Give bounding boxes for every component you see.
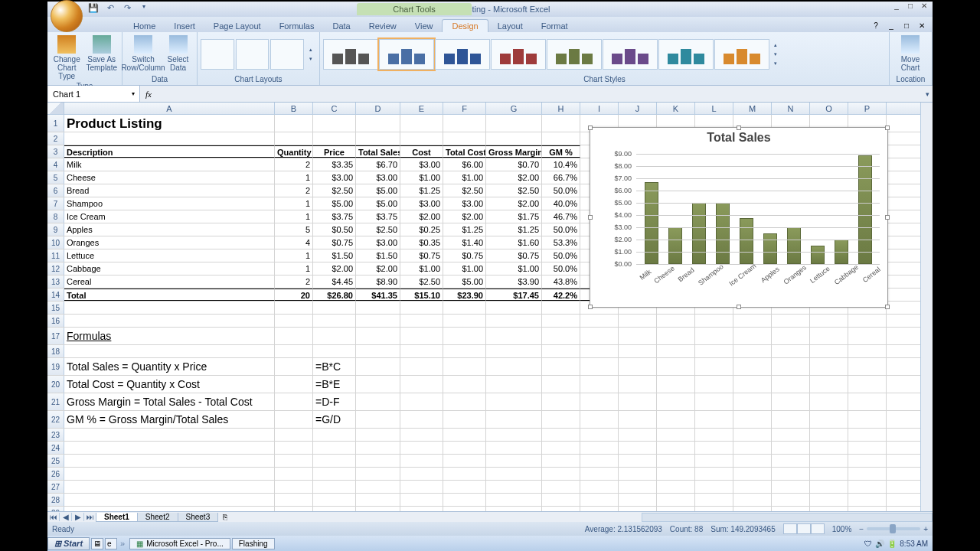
cell-I28[interactable] xyxy=(580,494,619,506)
cell-M24[interactable] xyxy=(733,442,772,454)
cell-M25[interactable] xyxy=(733,455,772,467)
cell-P19[interactable] xyxy=(848,358,887,375)
cell-M23[interactable] xyxy=(733,429,772,441)
cell-D9[interactable]: $2.50 xyxy=(356,223,400,236)
cell-C22[interactable]: =G/D xyxy=(313,411,356,428)
sheet-tab-1[interactable]: Sheet1 xyxy=(96,513,138,522)
cell-E3[interactable]: Cost xyxy=(400,145,443,158)
cell-F22[interactable] xyxy=(443,411,486,428)
cell-F2[interactable] xyxy=(443,132,486,145)
cell-A6[interactable]: Bread xyxy=(64,184,275,197)
cell-H16[interactable] xyxy=(542,315,580,327)
cell-C28[interactable] xyxy=(313,494,356,506)
cell-O24[interactable] xyxy=(810,442,848,454)
cell-I18[interactable] xyxy=(580,345,619,357)
cell-F21[interactable] xyxy=(443,393,486,410)
cell-H12[interactable]: 50.0% xyxy=(542,262,580,275)
cell-A25[interactable] xyxy=(64,455,275,467)
cell-D10[interactable]: $3.00 xyxy=(356,236,400,249)
cell-B1[interactable] xyxy=(275,115,313,132)
cell-G8[interactable]: $1.75 xyxy=(486,210,542,223)
cell-M17[interactable] xyxy=(733,328,772,344)
chart-layout-1[interactable] xyxy=(201,39,234,70)
chart-bar[interactable] xyxy=(668,227,682,264)
cell-A23[interactable] xyxy=(64,429,275,441)
cell-H18[interactable] xyxy=(542,345,580,357)
cell-F28[interactable] xyxy=(443,494,486,506)
cell-C15[interactable] xyxy=(313,302,356,314)
cell-E14[interactable]: $15.10 xyxy=(400,289,443,301)
cell-I25[interactable] xyxy=(580,455,619,467)
cell-I27[interactable] xyxy=(580,481,619,493)
cell-A20[interactable]: Total Cost = Quantity x Cost xyxy=(64,376,275,393)
cell-O27[interactable] xyxy=(810,481,848,493)
cell-I29[interactable] xyxy=(580,507,619,511)
cell-A15[interactable] xyxy=(64,302,275,314)
cell-K20[interactable] xyxy=(657,376,695,393)
fx-icon[interactable]: fx xyxy=(145,90,152,99)
column-header-E[interactable]: E xyxy=(400,103,443,114)
cell-O20[interactable] xyxy=(810,376,848,393)
cell-A17[interactable]: Formulas xyxy=(64,328,275,344)
cell-E13[interactable]: $2.50 xyxy=(400,276,443,288)
cell-D20[interactable] xyxy=(356,376,400,393)
cell-D23[interactable] xyxy=(356,429,400,441)
cell-H2[interactable] xyxy=(542,132,580,145)
cell-E25[interactable] xyxy=(400,455,443,467)
cell-B28[interactable] xyxy=(275,494,313,506)
row-header[interactable]: 19 xyxy=(47,358,64,375)
cell-E26[interactable] xyxy=(400,468,443,480)
row-header[interactable]: 11 xyxy=(47,249,64,262)
cell-O19[interactable] xyxy=(810,358,848,375)
cell-N28[interactable] xyxy=(772,494,810,506)
row-header[interactable]: 25 xyxy=(47,455,64,467)
cell-G1[interactable] xyxy=(486,115,542,132)
cell-C9[interactable]: $0.50 xyxy=(313,223,356,236)
cell-O21[interactable] xyxy=(810,393,848,410)
row-header[interactable]: 15 xyxy=(47,302,64,314)
cell-A16[interactable] xyxy=(64,315,275,327)
workbook-minimize-button[interactable]: _ xyxy=(885,21,897,32)
cell-L17[interactable] xyxy=(695,328,733,344)
switch-row-column-button[interactable]: Switch Row/Column xyxy=(126,34,161,73)
cell-C11[interactable]: $1.50 xyxy=(313,249,356,262)
cell-E22[interactable] xyxy=(400,411,443,428)
select-all-corner[interactable] xyxy=(47,103,64,114)
cell-F5[interactable]: $1.00 xyxy=(443,171,486,184)
cell-B10[interactable]: 4 xyxy=(275,236,313,249)
cell-N17[interactable] xyxy=(772,328,810,344)
chart-bar[interactable] xyxy=(858,155,872,264)
cell-I21[interactable] xyxy=(580,393,619,410)
cell-B20[interactable] xyxy=(275,376,313,393)
cell-J28[interactable] xyxy=(619,494,657,506)
cell-C27[interactable] xyxy=(313,481,356,493)
chart-bar[interactable] xyxy=(692,203,706,264)
cell-E2[interactable] xyxy=(400,132,443,145)
cell-D14[interactable]: $41.35 xyxy=(356,289,400,301)
cell-B23[interactable] xyxy=(275,429,313,441)
cell-E10[interactable]: $0.35 xyxy=(400,236,443,249)
cell-F24[interactable] xyxy=(443,442,486,454)
maximize-button[interactable]: □ xyxy=(903,2,917,12)
cell-J21[interactable] xyxy=(619,393,657,410)
cell-H24[interactable] xyxy=(542,442,580,454)
chart-style-3[interactable] xyxy=(435,39,490,70)
cell-B29[interactable] xyxy=(275,507,313,511)
cell-L20[interactable] xyxy=(695,376,733,393)
cell-E9[interactable]: $0.25 xyxy=(400,223,443,236)
cell-A11[interactable]: Lettuce xyxy=(64,249,275,262)
cell-K26[interactable] xyxy=(657,468,695,480)
chart-style-8[interactable] xyxy=(714,39,769,70)
cell-J29[interactable] xyxy=(619,507,657,511)
cell-J19[interactable] xyxy=(619,358,657,375)
cell-A29[interactable] xyxy=(64,507,275,511)
cell-K25[interactable] xyxy=(657,455,695,467)
cell-N25[interactable] xyxy=(772,455,810,467)
cell-N21[interactable] xyxy=(772,393,810,410)
cell-L18[interactable] xyxy=(695,345,733,357)
cell-G17[interactable] xyxy=(486,328,542,344)
cell-L24[interactable] xyxy=(695,442,733,454)
column-header-O[interactable]: O xyxy=(810,103,848,114)
cell-P27[interactable] xyxy=(848,481,887,493)
row-header[interactable]: 1 xyxy=(47,115,64,132)
